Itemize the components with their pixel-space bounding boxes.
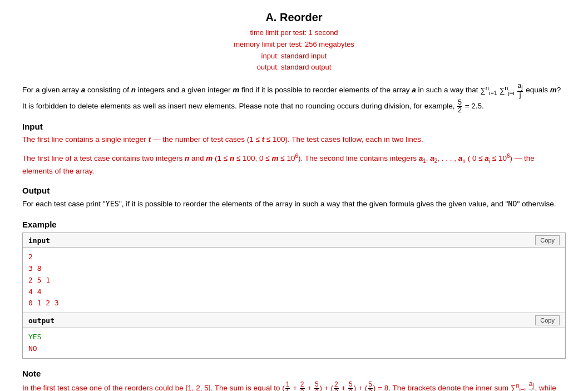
input-block-content: 2 3 8 2 5 1 4 4 0 1 2 3 xyxy=(23,248,565,313)
output-section-title: Output xyxy=(22,186,566,195)
page-title: A. Reorder xyxy=(22,11,566,24)
time-limit: time limit per test: 1 second xyxy=(22,27,566,39)
input-type: input: standard input xyxy=(22,51,566,62)
output-copy-button[interactable]: Copy xyxy=(535,315,560,325)
input-copy-button[interactable]: Copy xyxy=(535,235,560,245)
problem-statement: For a given array a consisting of n inte… xyxy=(22,82,566,114)
output-block-content: YES NO xyxy=(23,328,565,358)
output-type: output: standard output xyxy=(22,62,566,73)
input-section-body2: The first line of a test case contains t… xyxy=(22,151,566,178)
example-label: Example xyxy=(22,220,566,229)
output-block-label: output xyxy=(28,316,55,325)
output-section-body: For each test case print "YES", if it is… xyxy=(22,197,566,211)
input-section-title: Input xyxy=(22,122,566,131)
note-section-body: In the first test case one of the reorde… xyxy=(22,380,566,391)
input-block-label: input xyxy=(28,236,50,245)
meta-block: time limit per test: 1 second memory lim… xyxy=(22,27,566,73)
note-section-title: Note xyxy=(22,369,566,378)
output-block-header: output Copy xyxy=(23,313,565,328)
output-block: output Copy YES NO xyxy=(22,313,566,359)
memory-limit: memory limit per test: 256 megabytes xyxy=(22,39,566,51)
input-block: input Copy 2 3 8 2 5 1 4 4 0 1 2 3 xyxy=(22,232,566,313)
input-block-header: input Copy xyxy=(23,233,565,248)
input-section-body: The first line contains a single integer… xyxy=(22,133,566,146)
